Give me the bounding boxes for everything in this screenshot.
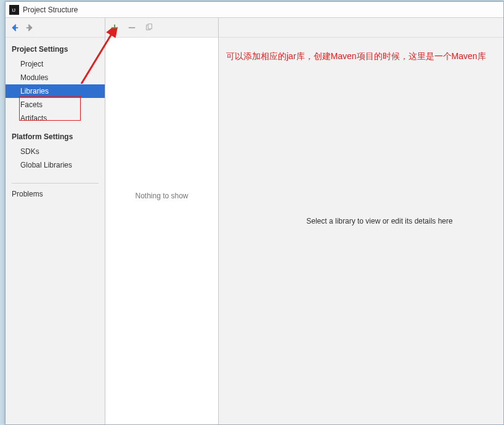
dialog-body: Project Settings Project Modules Librari… <box>6 18 503 424</box>
sidebar-item-modules[interactable]: Modules <box>6 71 105 84</box>
sidebar-item-artifacts[interactable]: Artifacts <box>6 111 105 125</box>
remove-library-button[interactable] <box>126 22 137 33</box>
library-toolbar <box>105 18 218 38</box>
sidebar-item-problems[interactable]: Problems <box>6 184 105 201</box>
details-empty-hint: Select a library to view or edit its det… <box>269 217 452 225</box>
details-panel: Select a library to view or edit its det… <box>219 18 503 424</box>
empty-list-text: Nothing to show <box>135 192 188 200</box>
svg-text:IJ: IJ <box>12 7 15 13</box>
sidebar-nav <box>6 18 105 38</box>
copy-library-button[interactable] <box>144 22 155 33</box>
titlebar: IJ Project Structure <box>6 2 503 18</box>
app-icon: IJ <box>9 5 19 15</box>
add-library-button[interactable] <box>109 22 120 33</box>
project-structure-dialog: IJ Project Structure Project Settings Pr… <box>5 1 504 425</box>
svg-rect-3 <box>148 23 152 28</box>
nav-forward-button[interactable] <box>24 22 35 33</box>
sidebar-item-libraries[interactable]: Libraries <box>6 84 105 98</box>
library-list: Nothing to show <box>105 38 218 424</box>
nav-back-button[interactable] <box>9 22 20 33</box>
sidebar: Project Settings Project Modules Librari… <box>6 18 105 424</box>
window-title: Project Structure <box>23 6 78 14</box>
section-header-project-settings: Project Settings <box>6 38 105 57</box>
sidebar-item-sdks[interactable]: SDKs <box>6 145 105 158</box>
sidebar-item-facets[interactable]: Facets <box>6 98 105 111</box>
details-top-border <box>219 37 503 38</box>
section-header-platform-settings: Platform Settings <box>6 125 105 145</box>
sidebar-item-project[interactable]: Project <box>6 57 105 71</box>
library-list-panel: Nothing to show <box>105 18 219 424</box>
sidebar-item-global-libraries[interactable]: Global Libraries <box>6 158 105 172</box>
